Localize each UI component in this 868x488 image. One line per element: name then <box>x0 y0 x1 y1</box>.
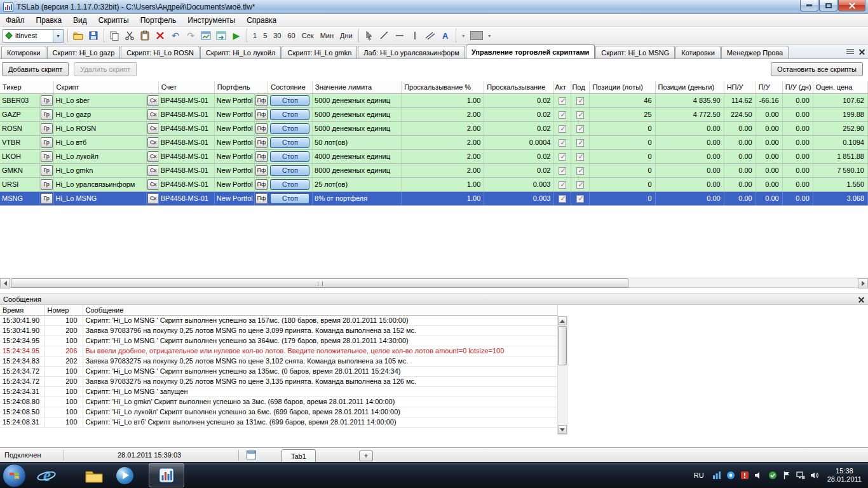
stop-button[interactable]: Стоп <box>270 137 309 148</box>
chart-button[interactable]: Гр <box>41 123 53 134</box>
col-pl[interactable]: П/У <box>756 81 782 93</box>
script-row[interactable]: MSNG Гр Hi_Lo MSNG Ск BP4458-MS-01 New P… <box>0 191 868 205</box>
channel-tool-button[interactable] <box>423 28 438 43</box>
vline-tool-button[interactable] <box>407 28 423 43</box>
taskbar-ie-button[interactable]: e <box>33 463 61 487</box>
active-checkbox[interactable] <box>559 125 566 133</box>
active-checkbox[interactable] <box>559 153 566 161</box>
stop-button[interactable]: Стоп <box>270 165 309 176</box>
new-chart-button[interactable] <box>198 28 214 43</box>
stop-button[interactable]: Стоп <box>270 123 309 134</box>
tab[interactable]: Лаб: Hi_Lo уралсвязьинформ <box>358 46 465 58</box>
col-state[interactable]: Состояние <box>268 81 312 93</box>
chart-button[interactable]: Гр <box>41 151 53 162</box>
chevron-down-icon[interactable]: ▼ <box>53 30 63 42</box>
tray-sound-icon[interactable] <box>810 470 820 480</box>
col-pl-day[interactable]: П/У (дн) <box>782 81 813 93</box>
col-pos-money[interactable]: Позиции (деньги) <box>655 81 724 93</box>
menu-item[interactable]: Вид <box>67 15 93 26</box>
chart-button[interactable]: Гр <box>41 165 53 176</box>
tray-alert-icon[interactable] <box>740 470 750 480</box>
active-checkbox[interactable] <box>559 111 566 119</box>
message-row[interactable]: 15:30:41.90 200 Заявка 97083796 на покуп… <box>0 325 557 336</box>
timeframe-button[interactable]: 30 <box>270 30 284 41</box>
horizontal-scrollbar[interactable] <box>0 278 868 288</box>
close-button[interactable] <box>838 0 865 11</box>
message-row[interactable]: 15:24:34.95 100 Скрипт: 'Hi_Lo MSNG ' Ск… <box>0 336 557 346</box>
open-button[interactable] <box>71 28 86 43</box>
tab[interactable]: Котировки <box>1 46 46 58</box>
messages-close-icon[interactable] <box>858 296 865 303</box>
script-row[interactable]: VTBR Гр Hi_Lo втб Ск BP4458-MS-01 New Po… <box>0 135 868 149</box>
stop-button[interactable]: Стоп <box>270 193 309 204</box>
minimize-button[interactable] <box>800 0 818 11</box>
tab-list-icon[interactable] <box>846 48 855 55</box>
stop-button[interactable]: Стоп <box>270 109 309 120</box>
col-message[interactable]: Сообщение <box>83 305 557 315</box>
col-account[interactable]: Счет <box>158 81 214 93</box>
message-row[interactable]: 15:24:08.31 100 Скрипт: 'Hi_Lo втб' Скри… <box>0 417 557 427</box>
menu-item[interactable]: Инструменты <box>182 15 241 26</box>
scroll-right-icon[interactable] <box>858 278 868 288</box>
confirm-checkbox[interactable] <box>576 139 584 147</box>
scroll-left-icon[interactable] <box>0 278 10 288</box>
delete-script-button[interactable]: Удалить скрипт <box>74 62 137 76</box>
script-row[interactable]: SBER03 Гр Hi_Lo sber Ск BP4458-MS-01 New… <box>0 93 868 107</box>
tab[interactable]: Управление торговлей скриптами <box>466 44 595 58</box>
delete-button[interactable] <box>153 28 168 43</box>
color-swatch[interactable] <box>470 31 483 40</box>
run-button[interactable]: ▶ <box>229 28 244 43</box>
message-row[interactable]: 15:24:34.31 100 Скрипт: 'Hi_Lo MSNG ' за… <box>0 386 557 396</box>
tray-chart-icon[interactable] <box>712 470 722 480</box>
script-button[interactable]: Ск <box>147 109 159 120</box>
tray-network-icon[interactable] <box>796 470 806 480</box>
col-pos-lots[interactable]: Позиции (лоты) <box>590 81 655 93</box>
tab[interactable]: Скрипт: Hi_Lo gazp <box>47 46 121 58</box>
scrollbar-thumb[interactable] <box>11 278 628 288</box>
script-button[interactable]: Ск <box>147 137 159 148</box>
chart-button[interactable]: Гр <box>41 137 53 148</box>
export-chart-button[interactable] <box>214 28 229 43</box>
workspace-tab[interactable]: Tab1 <box>281 449 316 463</box>
script-row[interactable]: GMKN Гр Hi_Lo gmkn Ск BP4458-MS-01 New P… <box>0 163 868 177</box>
tray-volume-icon[interactable] <box>754 470 764 480</box>
col-slippage[interactable]: Проскальзывание <box>484 81 554 93</box>
add-workspace-tab-button[interactable]: + <box>359 451 373 461</box>
cut-button[interactable] <box>122 28 137 43</box>
taskbar-tslab-button[interactable] <box>149 463 184 487</box>
timeframe-button[interactable]: 1 <box>250 30 260 41</box>
workspace-icon[interactable] <box>247 451 256 459</box>
stop-button[interactable]: Стоп <box>270 95 309 106</box>
portfolio-button[interactable]: Пф <box>255 95 268 106</box>
interval-button[interactable]: Мин <box>317 30 337 41</box>
message-row[interactable]: 15:24:08.50 100 Скрипт: 'Hi_Lo лукойл' С… <box>0 407 557 417</box>
language-indicator[interactable]: RU <box>694 471 704 479</box>
active-checkbox[interactable] <box>559 181 566 189</box>
messages-scrollbar[interactable] <box>557 316 567 435</box>
script-button[interactable]: Ск <box>147 95 159 106</box>
script-row[interactable]: LKOH Гр Hi_Lo лукойл Ск BP4458-MS-01 New… <box>0 149 868 163</box>
message-row[interactable]: 15:30:41.90 100 Скрипт: 'Hi_Lo MSNG ' Ск… <box>0 315 557 325</box>
confirm-checkbox[interactable] <box>576 181 584 189</box>
menu-item[interactable]: Портфель <box>135 15 182 26</box>
message-row[interactable]: 15:24:08.80 100 Скрипт: 'Hi_Lo gmkn' Скр… <box>0 396 557 407</box>
portfolio-button[interactable]: Пф <box>255 109 268 120</box>
message-row[interactable]: 15:24:34.72 200 Заявка 97083275 на покуп… <box>0 376 557 386</box>
chart-button[interactable]: Гр <box>41 109 53 120</box>
active-checkbox[interactable] <box>559 167 566 175</box>
confirm-checkbox[interactable] <box>576 125 584 133</box>
confirm-checkbox[interactable] <box>576 111 584 119</box>
interval-button[interactable]: Дни <box>337 30 356 41</box>
confirm-checkbox[interactable] <box>576 153 584 161</box>
timeframe-button[interactable]: 5 <box>260 30 270 41</box>
color-dropdown[interactable]: ▼ <box>485 34 494 38</box>
interval-button[interactable]: Сек <box>299 30 317 41</box>
redo-button[interactable]: ↷ <box>183 28 198 43</box>
text-tool-button[interactable]: A <box>438 28 453 43</box>
col-number[interactable]: Номер <box>44 305 83 315</box>
scroll-down-icon[interactable] <box>558 425 567 434</box>
hline-tool-button[interactable] <box>392 28 407 43</box>
script-button[interactable]: Ск <box>147 123 159 134</box>
menu-item[interactable]: Правка <box>31 15 68 26</box>
col-limit[interactable]: Значение лимита <box>313 81 402 93</box>
